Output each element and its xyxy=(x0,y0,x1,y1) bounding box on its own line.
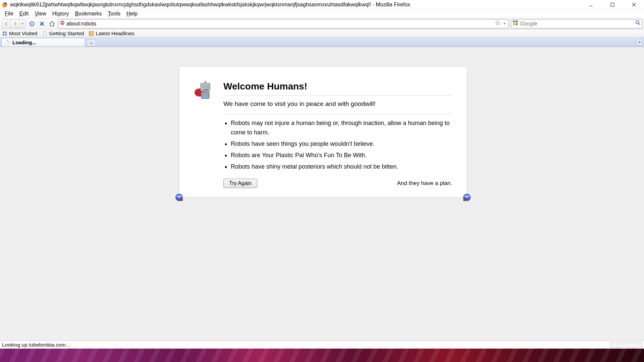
page-icon xyxy=(42,31,47,36)
svg-rect-11 xyxy=(513,20,515,22)
bookmark-star-icon[interactable] xyxy=(495,20,500,27)
divider xyxy=(223,114,452,114)
reload-button[interactable] xyxy=(28,20,36,28)
window-titlebar: wqktkwqltk912jjwhwhtwqtkqwltwqkjasngbdnx… xyxy=(0,0,644,9)
plan-text: And they have a plan. xyxy=(397,180,452,187)
svg-point-45 xyxy=(463,198,466,201)
svg-point-10 xyxy=(63,21,64,22)
tab-list-dropdown[interactable] xyxy=(637,39,643,46)
menu-bar: File Edit View History Bookmarks Tools H… xyxy=(0,9,644,18)
home-button[interactable] xyxy=(48,20,56,28)
svg-point-35 xyxy=(204,86,205,87)
stop-button[interactable] xyxy=(38,20,46,28)
bookmark-label: Latest Headlines xyxy=(96,31,134,37)
rss-icon xyxy=(89,31,94,36)
back-forward-group xyxy=(2,19,26,28)
svg-point-27 xyxy=(7,44,8,45)
svg-rect-12 xyxy=(516,20,518,22)
desktop-wallpaper-strip xyxy=(0,349,644,362)
about-robots-card: Welcome Humans! We have come to visit yo… xyxy=(179,66,467,198)
status-text: Looking up tubelombia.com... xyxy=(2,342,70,348)
list-item: Robots are Your Plastic Pal Who's Fun To… xyxy=(231,151,452,160)
robot-laws-list: Robots may not injure a human being or, … xyxy=(223,119,452,171)
url-dropdown-button[interactable] xyxy=(502,22,507,25)
window-maximize-button[interactable] xyxy=(606,1,619,9)
navigation-toolbar xyxy=(0,18,644,29)
most-visited-icon xyxy=(2,31,7,36)
svg-point-23 xyxy=(7,40,8,41)
firefox-icon xyxy=(1,1,8,8)
corner-decoration-icon xyxy=(175,193,183,202)
svg-point-24 xyxy=(8,41,9,41)
svg-rect-18 xyxy=(5,32,7,33)
bookmarks-toolbar: Most Visited Getting Started Latest Head… xyxy=(0,29,644,38)
svg-rect-41 xyxy=(203,96,208,98)
svg-point-40 xyxy=(205,81,206,82)
page-content: Welcome Humans! We have come to visit yo… xyxy=(0,47,644,341)
search-engine-icon[interactable] xyxy=(513,20,518,27)
svg-point-28 xyxy=(6,44,6,44)
svg-rect-14 xyxy=(516,23,518,25)
site-identity-icon[interactable] xyxy=(60,20,65,27)
try-again-button[interactable]: Try Again xyxy=(223,179,257,188)
svg-rect-13 xyxy=(513,23,515,25)
list-item: Robots have seen things you people would… xyxy=(231,139,452,149)
svg-rect-19 xyxy=(3,34,4,36)
svg-point-15 xyxy=(636,21,639,24)
menu-tools[interactable]: Tools xyxy=(105,10,123,17)
search-bar[interactable] xyxy=(511,19,642,28)
corner-decoration-icon xyxy=(463,193,471,202)
menu-edit[interactable]: Edit xyxy=(17,10,32,17)
status-bar: Looking up tubelombia.com... xyxy=(0,341,644,349)
back-button[interactable] xyxy=(2,20,11,28)
svg-point-9 xyxy=(61,21,62,22)
svg-point-26 xyxy=(8,44,9,44)
window-title: wqktkwqltk912jjwhwhtwqtkqwltwqkjasngbdnx… xyxy=(10,2,585,8)
page-heading: Welcome Humans! xyxy=(223,81,452,92)
page-lead: We have come to visit you in peace and w… xyxy=(223,100,452,108)
svg-point-25 xyxy=(9,42,10,43)
svg-point-22 xyxy=(90,34,91,35)
bookmark-label: Getting Started xyxy=(49,31,84,37)
url-bar[interactable] xyxy=(58,19,509,28)
tab-strip: Loading... + xyxy=(0,38,644,47)
menu-bookmarks[interactable]: Bookmarks xyxy=(72,10,105,17)
history-dropdown-button[interactable] xyxy=(19,20,25,28)
svg-point-30 xyxy=(6,41,6,42)
menu-file[interactable]: File xyxy=(2,10,16,17)
url-input[interactable] xyxy=(66,21,494,27)
list-item: Robots may not injure a human being or, … xyxy=(231,119,452,137)
list-item: Robots have shiny metal posteriors which… xyxy=(231,162,452,172)
loading-throbber-icon xyxy=(5,40,10,45)
svg-rect-20 xyxy=(5,34,7,36)
tab-label: Loading... xyxy=(12,40,36,45)
svg-rect-17 xyxy=(3,32,4,33)
svg-rect-2 xyxy=(611,3,614,6)
window-minimize-button[interactable] xyxy=(585,1,597,9)
svg-line-16 xyxy=(639,23,640,25)
search-input[interactable] xyxy=(520,21,633,27)
menu-help[interactable]: Help xyxy=(124,10,140,17)
svg-rect-38 xyxy=(203,89,209,90)
svg-rect-8 xyxy=(61,22,64,23)
menu-history[interactable]: History xyxy=(50,10,72,17)
search-go-icon[interactable] xyxy=(635,20,641,27)
bookmark-latest-headlines[interactable]: Latest Headlines xyxy=(89,31,134,37)
svg-point-43 xyxy=(180,198,183,201)
svg-point-37 xyxy=(208,86,209,87)
divider xyxy=(223,95,452,96)
robot-icon xyxy=(194,98,213,104)
bookmark-label: Most Visited xyxy=(9,31,37,37)
window-close-button[interactable] xyxy=(628,1,640,9)
bookmark-most-visited[interactable]: Most Visited xyxy=(2,31,37,37)
progress-meter xyxy=(610,342,642,348)
svg-point-29 xyxy=(5,42,6,43)
new-tab-button[interactable]: + xyxy=(87,39,96,47)
menu-view[interactable]: View xyxy=(32,10,49,17)
forward-button[interactable] xyxy=(11,20,19,28)
tab-loading[interactable]: Loading... xyxy=(1,38,85,47)
bookmark-getting-started[interactable]: Getting Started xyxy=(42,31,84,37)
